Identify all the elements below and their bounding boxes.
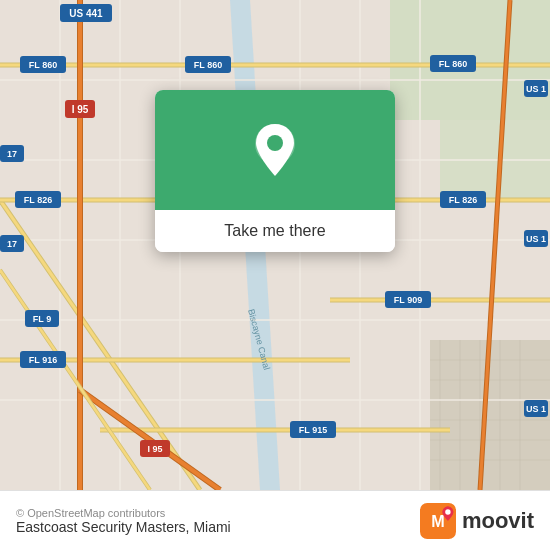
fl9-label: FL 9 [33,314,51,324]
moovit-icon: M [420,503,456,539]
us1-bot-label: US 1 [526,404,546,414]
fl860-left-label: FL 860 [29,60,57,70]
copyright-text: © OpenStreetMap contributors [16,507,231,519]
fl17-label: 17 [7,149,17,159]
svg-text:M: M [431,512,444,530]
i95-south-label: I 95 [147,444,162,454]
fl909-label: FL 909 [394,295,422,305]
svg-point-69 [445,509,450,514]
popup-card: Take me there [155,90,395,252]
fl860-center-label: FL 860 [194,60,222,70]
bottom-bar: © OpenStreetMap contributors Eastcoast S… [0,490,550,550]
location-name: Eastcoast Security Masters, Miami [16,519,231,535]
fl826-right-label: FL 826 [449,195,477,205]
us1-mid-label: US 1 [526,234,546,244]
moovit-logo: M moovit [420,503,534,539]
fl860-right-label: FL 860 [439,59,467,69]
moovit-text: moovit [462,508,534,534]
i95-label: I 95 [72,104,89,115]
svg-point-65 [267,135,283,151]
take-me-there-button[interactable]: Take me there [155,210,395,252]
popup-green-area [155,90,395,210]
bottom-info: © OpenStreetMap contributors Eastcoast S… [16,507,231,535]
fl17b-label: 17 [7,239,17,249]
location-pin-icon [250,120,300,180]
fl826-left-label: FL 826 [24,195,52,205]
map-container: US 441 I 95 FL 860 FL 860 FL 860 FL 826 … [0,0,550,490]
us1-top-label: US 1 [526,84,546,94]
fl915-label: FL 915 [299,425,327,435]
us441-label: US 441 [69,8,103,19]
fl916-label: FL 916 [29,355,57,365]
